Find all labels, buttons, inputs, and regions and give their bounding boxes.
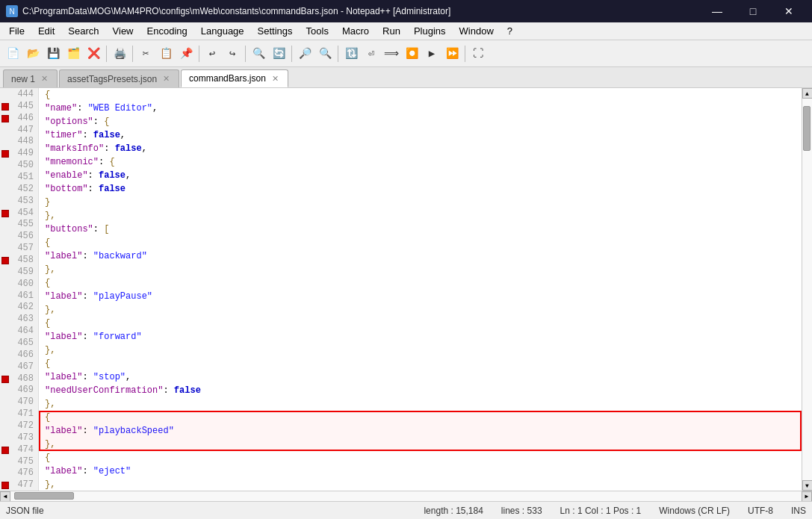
line-number-460: 460 — [0, 278, 38, 290]
v-scroll-up-button[interactable]: ▲ — [802, 88, 813, 99]
macro-play-button[interactable]: ▶️ — [422, 44, 441, 63]
menu-tools[interactable]: Tools — [300, 24, 335, 38]
menu-view[interactable]: View — [107, 24, 140, 38]
toolbar: 📄 📂 💾 🗂️ ❌ 🖨️ ✂️ 📋 📌 ↩️ ↪️ 🔍 🔄 🔎 🔍 🔃 ⏎ ⟹… — [0, 40, 812, 67]
v-scroll-track[interactable] — [802, 99, 812, 480]
zoom-out-button[interactable]: 🔍 — [315, 44, 335, 63]
menu-window[interactable]: Window — [453, 24, 500, 38]
h-scroll-right-button[interactable]: ▶ — [802, 491, 812, 502]
code-line-465: "label": "stop", — [45, 370, 802, 384]
line-number-463: 463 — [0, 313, 38, 325]
status-position: Ln : 1 Col : 1 Pos : 1 — [560, 506, 642, 516]
code-line-445: "name": "WEB Editor", — [45, 102, 802, 115]
tab-commandBars[interactable]: commandBars.json ✕ — [181, 69, 288, 87]
code-line-448: "marksInfo": false, — [45, 142, 802, 155]
find-button[interactable]: 🔍 — [249, 44, 268, 63]
close-button[interactable]: ✕ — [772, 0, 806, 22]
zoom-in-button[interactable]: 🔎 — [295, 44, 314, 63]
line-number-445: 445 — [0, 100, 38, 112]
status-insert-mode: INS — [791, 506, 806, 516]
tab-new1[interactable]: new 1 ✕ — [3, 69, 58, 87]
line-number-475: 475 — [0, 456, 38, 467]
toolbar-sep-2 — [132, 46, 133, 62]
paste-button[interactable]: 📌 — [176, 44, 196, 63]
save-button[interactable]: 💾 — [43, 44, 63, 63]
menu-plugins[interactable]: Plugins — [408, 24, 452, 38]
open-button[interactable]: 📂 — [23, 44, 43, 63]
line-number-466: 466 — [0, 349, 38, 361]
line-number-455: 455 — [0, 218, 38, 230]
code-line-447: "timer": false, — [45, 128, 802, 142]
redo-button[interactable]: ↪️ — [223, 44, 242, 63]
v-scroll-thumb[interactable] — [803, 106, 811, 151]
code-area[interactable]: { "name": "WEB Editor", "options": { "ti… — [39, 88, 802, 491]
v-scroll-down-button[interactable]: ▼ — [802, 480, 813, 491]
menu-macro[interactable]: Macro — [336, 24, 375, 38]
line-number-448: 448 — [0, 135, 38, 147]
line-number-449: 449 — [0, 147, 38, 159]
bookmark-446 — [1, 115, 9, 122]
v-scrollbar[interactable]: ▲ ▼ — [802, 88, 812, 491]
line-number-473: 473 — [0, 432, 38, 444]
menu-file[interactable]: File — [3, 24, 31, 38]
tab-assetTagsPresets-close[interactable]: ✕ — [161, 74, 171, 84]
menu-search[interactable]: Search — [62, 24, 105, 38]
line-number-446: 446 — [0, 112, 38, 124]
sync-button[interactable]: 🔃 — [341, 44, 361, 63]
menu-edit[interactable]: Edit — [32, 24, 61, 38]
copy-button[interactable]: 📋 — [156, 44, 176, 63]
wrap-button[interactable]: ⏎ — [362, 44, 381, 63]
status-encoding: UTF-8 — [748, 506, 773, 516]
macro-run-button[interactable]: ⏩ — [442, 44, 462, 63]
line-number-468: 468 — [0, 373, 38, 385]
h-scroll-thumb[interactable] — [14, 492, 74, 500]
h-scrollbar[interactable]: ◀ ▶ — [0, 491, 812, 501]
menu-run[interactable]: Run — [376, 24, 406, 38]
tab-new1-label: new 1 — [11, 74, 35, 84]
cut-button[interactable]: ✂️ — [136, 44, 155, 63]
new-button[interactable]: 📄 — [3, 44, 22, 63]
code-line-462: "label": "forward" — [45, 330, 802, 344]
tab-commandBars-close[interactable]: ✕ — [270, 74, 280, 84]
h-scroll-track[interactable] — [10, 491, 802, 501]
close-button-tb[interactable]: ❌ — [84, 44, 103, 63]
h-scroll-left-button[interactable]: ◀ — [0, 491, 10, 502]
bookmark-449 — [1, 150, 9, 158]
line-number-454: 454 — [0, 207, 38, 219]
menu-settings[interactable]: Settings — [252, 24, 299, 38]
menu-help[interactable]: ? — [501, 24, 518, 38]
undo-button[interactable]: ↩️ — [202, 44, 222, 63]
line-number-474: 474 — [0, 444, 38, 456]
menu-language[interactable]: Language — [195, 24, 250, 38]
menu-encoding[interactable]: Encoding — [141, 24, 193, 38]
bookmark-477 — [1, 482, 9, 489]
bookmark-454 — [1, 210, 9, 217]
replace-button[interactable]: 🔄 — [269, 44, 288, 63]
status-line-ending: Windows (CR LF) — [659, 506, 730, 516]
bookmark-445 — [1, 103, 9, 111]
line-number-462: 462 — [0, 301, 38, 313]
indent-button[interactable]: ⟹ — [382, 44, 401, 63]
tab-new1-close[interactable]: ✕ — [40, 74, 49, 84]
line-number-459: 459 — [0, 266, 38, 278]
line-number-461: 461 — [0, 290, 38, 302]
minimize-button[interactable]: — — [700, 0, 734, 22]
line-number-453: 453 — [0, 195, 38, 207]
code-line-459: "label": "playPause" — [45, 290, 802, 303]
menu-bar: File Edit Search View Encoding Language … — [0, 22, 812, 40]
save-all-button[interactable]: 🗂️ — [63, 44, 83, 63]
tab-assetTagsPresets-label: assetTagsPresets.json — [67, 74, 157, 84]
macro-rec-button[interactable]: ⏺️ — [402, 44, 421, 63]
tab-assetTagsPresets[interactable]: assetTagsPresets.json ✕ — [59, 69, 179, 87]
code-line-458: { — [45, 276, 802, 290]
maximize-button[interactable]: □ — [736, 0, 770, 22]
code-line-446: "options": { — [45, 115, 802, 128]
fullscreen-button[interactable]: ⛶ — [468, 44, 488, 63]
line-number-451: 451 — [0, 171, 38, 183]
code-line-472: "label": "eject" — [45, 464, 802, 478]
line-number-467: 467 — [0, 361, 38, 373]
print-button[interactable]: 🖨️ — [110, 44, 129, 63]
status-filetype: JSON file — [6, 506, 412, 516]
toolbar-sep-5 — [291, 46, 292, 62]
line-number-469: 469 — [0, 384, 38, 396]
